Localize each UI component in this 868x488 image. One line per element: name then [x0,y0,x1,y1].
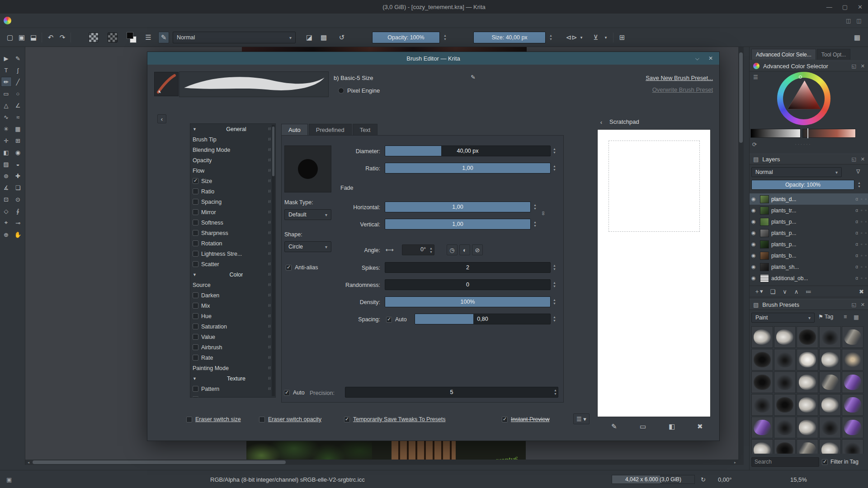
brush-option-row[interactable]: ▼ Rotation [190,238,275,249]
inherit-alpha-icon[interactable]: α [855,197,858,202]
option-checkbox[interactable] [193,292,198,298]
polygon-tool-icon[interactable]: △ [1,100,12,110]
option-checkbox[interactable] [193,240,198,246]
link-hv-icon[interactable]: ∞ [540,211,547,216]
float-layers-icon[interactable]: ◱ [851,156,856,162]
blending-mode-dropdown[interactable]: Normal [173,32,296,43]
brush-preset-tile[interactable] [751,417,773,438]
size-spinner[interactable]: ▲▼ [548,32,554,43]
precision-slider[interactable]: 5 [345,387,558,398]
options-scrollbar[interactable] [272,125,275,396]
docker-tab[interactable]: Advanced Color Sele... [751,49,816,60]
freehand-select-tool-icon[interactable]: ∮ [13,206,24,216]
mirror-options2-icon[interactable]: ▾ [603,32,609,43]
alpha-lock-icon[interactable]: ▫ [861,208,863,213]
brush-option-row[interactable]: ▼ Texture [190,373,275,384]
freehand-brush-tool-icon[interactable]: ✏ [1,77,12,87]
preset-tag-dropdown[interactable]: Paint [751,313,815,323]
randomness-slider[interactable]: 0 [385,279,551,290]
vertical-mirror-icon[interactable]: ⊻ [590,32,601,43]
angle-spinner[interactable]: ▲▼ [428,244,434,256]
mask-type-dropdown[interactable]: Default [284,209,331,220]
value-shade-bar[interactable] [750,129,801,138]
layer-row[interactable]: ◉ plants_tr... α ▫ ▫ [750,205,868,216]
brush-preset-tile[interactable] [819,394,841,416]
scroll-right-icon[interactable]: ▸ [732,460,738,465]
section-collapse-icon[interactable]: ▼ [193,376,197,381]
brush-option-row[interactable]: ▼ Softness [190,217,275,228]
duplicate-layer-icon[interactable]: ❏ [770,288,776,295]
brush-preset-tile[interactable] [819,371,841,393]
hue-ring[interactable] [777,72,830,125]
reload-preset-icon[interactable]: ↺ [336,32,347,43]
layer-row[interactable]: ◉ additional_ob... α ▫ ▫ [750,272,868,284]
brush-preset-tile[interactable] [797,326,818,348]
move-layer-up-icon[interactable]: ∧ [794,288,799,295]
refresh-shades-icon[interactable]: ⟳ [752,141,757,148]
fill-tool-icon[interactable]: ◒ [13,159,24,169]
edit-shapes-tool-icon[interactable]: ✎ [13,53,24,63]
move-tool-icon[interactable]: ✛ [1,136,12,145]
brush-tip-tab[interactable]: Text [353,124,378,136]
density-slider[interactable]: 100% [385,296,551,307]
layer-thumbnail[interactable] [760,218,769,226]
layer-thumbnail[interactable] [760,274,769,282]
alpha-lock-icon[interactable]: ▫ [861,219,863,224]
horizontal-spinner[interactable]: ▲▼ [532,201,538,213]
alpha-lock-icon[interactable]: ▫ [861,230,863,235]
wraparound-mode-icon[interactable]: ⊞ [617,32,627,43]
inherit-alpha-icon[interactable]: α [855,242,858,247]
crop-tool-icon[interactable]: ⊞ [13,136,24,145]
move-layer-down-icon[interactable]: ∨ [783,288,787,295]
preset-search-input[interactable] [751,457,819,467]
layer-row[interactable]: ◉ plants_d... α ▫ ▫ [750,193,868,205]
brush-option-row[interactable]: ▼ Sharpness [190,228,275,238]
layer-row[interactable]: ◉ plants_b... α ▫ ▫ [750,250,868,261]
layer-thumbnail[interactable] [760,240,769,249]
layer-lock-icon[interactable]: ▫ [865,276,867,281]
close-presets-icon[interactable]: ✕ [861,302,865,308]
brush-preset-tile[interactable] [751,371,773,393]
brush-option-row[interactable]: ▼ Scatter [190,259,275,269]
layer-opacity-slider[interactable]: Opacity: 100% [751,180,854,190]
layer-filter-icon[interactable]: ∇ [856,168,860,175]
layer-lock-icon[interactable]: ▫ [865,197,867,202]
brush-preset-tile[interactable] [842,371,863,393]
layer-thumbnail[interactable] [760,252,769,260]
brush-tip-tab[interactable]: Predefined [309,124,352,136]
brush-option-row[interactable]: ▼ Pattern [190,384,275,394]
brush-option-row[interactable]: ▼ Size [190,176,275,186]
layer-lock-icon[interactable]: ▫ [865,219,867,224]
rename-preset-icon[interactable]: ✎ [471,74,475,80]
eraser-mode-icon[interactable]: ◪ [304,32,315,43]
option-checkbox[interactable] [193,324,198,329]
reference-images-tool-icon[interactable]: ❏ [13,183,24,192]
save-new-preset-button[interactable]: Save New Brush Preset... [629,75,713,81]
eraser-switch-size-checkbox[interactable] [186,417,192,422]
ellipse-tool-icon[interactable]: ○ [13,89,24,99]
brush-preset-tile[interactable] [797,349,818,371]
layer-lock-icon[interactable]: ▫ [865,230,867,235]
selector-settings-icon[interactable]: ☰ [753,74,758,80]
brush-preset-tile[interactable] [774,326,796,348]
brush-preset-tile[interactable] [819,417,841,438]
assistants-tool-icon[interactable]: ✚ [13,171,24,181]
brush-option-row[interactable]: ▼ Hue [190,311,275,321]
option-checkbox[interactable] [193,251,198,257]
float-docker-icon[interactable]: ◱ [851,63,856,69]
brush-preset-tile[interactable] [774,371,796,393]
brush-preset-tile[interactable] [751,349,773,371]
docker-tab[interactable]: Tool Opt... [817,49,851,60]
layer-visibility-icon[interactable]: ◉ [751,207,758,213]
saturation-shade-bar[interactable] [802,129,856,138]
inherit-alpha-icon[interactable]: α [855,219,858,224]
reset-rotation-icon[interactable]: ↻ [701,470,706,488]
option-checkbox[interactable] [193,178,198,184]
brush-preset-tile[interactable] [774,417,796,438]
horizontal-mirror-icon[interactable]: ⊲⊳ [566,32,577,43]
spacing-spinner[interactable]: ▲▼ [552,313,557,325]
angle-flip-icon[interactable]: ◐ [459,244,470,255]
collapse-options-button[interactable]: ‹ [157,114,166,123]
angle-dial-icon[interactable]: ⟷ [386,246,394,253]
brush-option-row[interactable]: ▼ Rate [190,352,275,363]
